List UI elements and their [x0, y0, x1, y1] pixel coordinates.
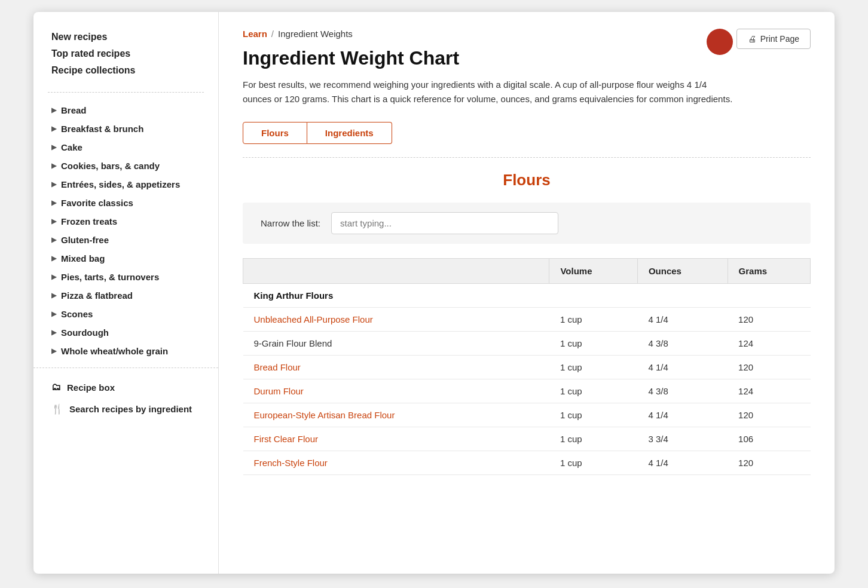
flour-name: 9-Grain Flour Blend — [254, 338, 332, 348]
table-row: European-Style Artisan Bread Flour 1 cup… — [243, 403, 811, 427]
sidebar-category-label: Favorite classics — [61, 198, 133, 208]
grams-cell: 124 — [728, 379, 810, 403]
sidebar-categories: ▶ Bread ▶ Breakfast & brunch ▶ Cake ▶ Co… — [33, 101, 218, 360]
flour-name-cell: Durum Flour — [243, 379, 549, 403]
table-row: Durum Flour 1 cup 4 3/8 124 — [243, 379, 811, 403]
sidebar-category-label: Whole wheat/whole grain — [61, 346, 168, 356]
sidebar-category-label: Entrées, sides, & appetizers — [61, 179, 180, 189]
breadcrumb-learn-link[interactable]: Learn — [243, 29, 267, 39]
sidebar-item-pies[interactable]: ▶ Pies, tarts, & turnovers — [33, 268, 218, 286]
sidebar-item-sourdough[interactable]: ▶ Sourdough — [33, 323, 218, 342]
table-row: French-Style Flour 1 cup 4 1/4 120 — [243, 451, 811, 475]
volume-cell: 1 cup — [549, 451, 637, 475]
sidebar-item-frozen[interactable]: ▶ Frozen treats — [33, 212, 218, 231]
arrow-icon: ▶ — [51, 347, 56, 355]
flour-name-cell: French-Style Flour — [243, 451, 549, 475]
arrow-icon: ▶ — [51, 162, 56, 170]
sidebar-item-pizza[interactable]: ▶ Pizza & flatbread — [33, 286, 218, 305]
col-header-ounces: Ounces — [637, 259, 728, 284]
filter-input[interactable] — [331, 212, 558, 234]
flour-name-cell: 9-Grain Flour Blend — [243, 332, 549, 356]
sidebar-item-cookies[interactable]: ▶ Cookies, bars, & candy — [33, 157, 218, 175]
table-row: First Clear Flour 1 cup 3 3/4 106 — [243, 427, 811, 451]
print-button[interactable]: 🖨 Print Page — [736, 29, 811, 49]
sidebar-category-label: Breakfast & brunch — [61, 124, 143, 134]
arrow-icon: ▶ — [51, 292, 56, 299]
sidebar-item-scones[interactable]: ▶ Scones — [33, 305, 218, 323]
tab-flours[interactable]: Flours — [243, 122, 307, 144]
ounces-cell: 4 1/4 — [637, 403, 728, 427]
table-row: Bread Flour 1 cup 4 1/4 120 — [243, 356, 811, 379]
ounces-cell: 4 3/8 — [637, 332, 728, 356]
section-divider — [243, 157, 811, 158]
volume-cell: 1 cup — [549, 356, 637, 379]
grams-cell: 124 — [728, 332, 810, 356]
flour-name-cell: Unbleached All-Purpose Flour — [243, 308, 549, 332]
ounces-cell: 4 1/4 — [637, 308, 728, 332]
sidebar-item-breakfast[interactable]: ▶ Breakfast & brunch — [33, 120, 218, 138]
grams-cell: 120 — [728, 308, 810, 332]
flour-link[interactable]: Durum Flour — [254, 386, 304, 396]
avatar — [707, 29, 733, 55]
volume-cell: 1 cup — [549, 403, 637, 427]
recipe-box-icon: 🗂 — [51, 382, 61, 393]
flour-link[interactable]: First Clear Flour — [254, 434, 319, 444]
sidebar-recipe-box[interactable]: 🗂 Recipe box — [33, 376, 218, 398]
sidebar-item-entrees[interactable]: ▶ Entrées, sides, & appetizers — [33, 175, 218, 194]
sidebar-search-ingredient[interactable]: 🍴 Search recipes by ingredient — [33, 398, 218, 420]
table-row: Unbleached All-Purpose Flour 1 cup 4 1/4… — [243, 308, 811, 332]
arrow-icon: ▶ — [51, 236, 56, 244]
page-description: For best results, we recommend weighing … — [243, 78, 733, 106]
sidebar-category-label: Cookies, bars, & candy — [61, 161, 160, 171]
flour-name-cell: Bread Flour — [243, 356, 549, 379]
arrow-icon: ▶ — [51, 106, 56, 114]
filter-bar: Narrow the list: — [243, 203, 811, 244]
table-group-header: King Arthur Flours — [243, 284, 811, 308]
ounces-cell: 4 3/8 — [637, 379, 728, 403]
arrow-icon: ▶ — [51, 273, 56, 281]
sidebar-category-label: Pies, tarts, & turnovers — [61, 272, 159, 282]
ounces-cell: 4 1/4 — [637, 451, 728, 475]
grams-cell: 120 — [728, 356, 810, 379]
sidebar-item-bread[interactable]: ▶ Bread — [33, 101, 218, 120]
printer-icon: 🖨 — [748, 34, 756, 44]
arrow-icon: ▶ — [51, 125, 56, 133]
arrow-icon: ▶ — [51, 310, 56, 318]
tab-ingredients[interactable]: Ingredients — [307, 122, 392, 144]
sidebar-item-top-rated[interactable]: Top rated recipes — [51, 45, 200, 62]
flour-link[interactable]: Bread Flour — [254, 362, 301, 372]
sidebar-category-label: Cake — [61, 142, 82, 152]
col-header-grams: Grams — [728, 259, 810, 284]
sidebar-item-favorites[interactable]: ▶ Favorite classics — [33, 194, 218, 212]
section-title: Flours — [243, 171, 811, 189]
group-name: King Arthur Flours — [243, 284, 811, 308]
sidebar-item-mixed-bag[interactable]: ▶ Mixed bag — [33, 249, 218, 268]
sidebar-category-label: Frozen treats — [61, 216, 117, 226]
sidebar-category-label: Scones — [61, 309, 93, 319]
sidebar-category-label: Mixed bag — [61, 253, 105, 264]
volume-cell: 1 cup — [549, 332, 637, 356]
main-content: Learn / Ingredient Weights Ingredient We… — [219, 12, 835, 574]
sidebar-item-new-recipes[interactable]: New recipes — [51, 29, 200, 45]
sidebar-item-collections[interactable]: Recipe collections — [51, 62, 200, 79]
sidebar-category-label: Sourdough — [61, 327, 109, 338]
sidebar-category-label: Gluten-free — [61, 235, 109, 245]
flour-link[interactable]: European-Style Artisan Bread Flour — [254, 410, 395, 420]
flour-link[interactable]: French-Style Flour — [254, 458, 328, 468]
flour-link[interactable]: Unbleached All-Purpose Flour — [254, 314, 373, 324]
table-row: 9-Grain Flour Blend 1 cup 4 3/8 124 — [243, 332, 811, 356]
sidebar-bottom: 🗂 Recipe box 🍴 Search recipes by ingredi… — [33, 368, 218, 420]
search-ingredient-label: Search recipes by ingredient — [69, 404, 192, 414]
col-header-name — [243, 259, 549, 284]
tabs-row: Flours Ingredients — [243, 122, 811, 144]
app-window: New recipes Top rated recipes Recipe col… — [33, 12, 835, 574]
volume-cell: 1 cup — [549, 427, 637, 451]
sidebar-item-cake[interactable]: ▶ Cake — [33, 138, 218, 157]
filter-label: Narrow the list: — [261, 218, 320, 228]
arrow-icon: ▶ — [51, 143, 56, 151]
arrow-icon: ▶ — [51, 255, 56, 262]
sidebar-item-gluten-free[interactable]: ▶ Gluten-free — [33, 231, 218, 249]
volume-cell: 1 cup — [549, 308, 637, 332]
sidebar-item-whole-wheat[interactable]: ▶ Whole wheat/whole grain — [33, 342, 218, 360]
ounces-cell: 3 3/4 — [637, 427, 728, 451]
